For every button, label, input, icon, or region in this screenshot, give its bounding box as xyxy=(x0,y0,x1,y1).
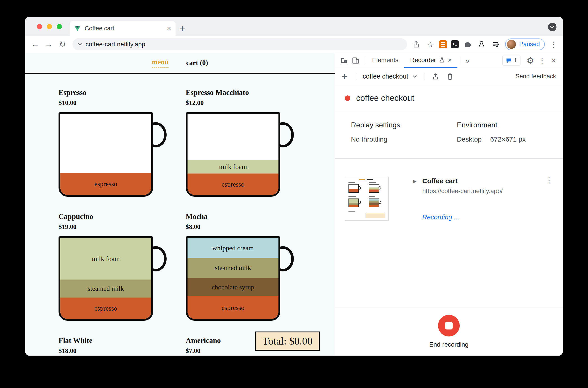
product-card: Espresso Macchiato $12.00 milk foamespre… xyxy=(186,88,280,197)
nav-link-cart[interactable]: cart (0) xyxy=(186,59,208,67)
cup-body: whipped creamsteamed milkchocolate syrup… xyxy=(186,236,280,321)
delete-recording-button[interactable] xyxy=(444,71,456,82)
new-tab-button[interactable]: + xyxy=(176,22,189,36)
product-card: Espresso $10.00 espresso xyxy=(59,88,153,197)
profile-paused-button[interactable]: Paused xyxy=(505,39,545,50)
product-card: Flat White $18.00 xyxy=(59,337,153,356)
step-title: Coffee cart xyxy=(422,177,458,185)
send-feedback-link[interactable]: Send feedback xyxy=(515,73,556,80)
extension-terminal-icon[interactable]: >_ xyxy=(451,40,459,48)
devtools-menu-icon[interactable]: ⋮ xyxy=(536,55,548,66)
add-recording-button[interactable]: + xyxy=(339,72,350,81)
maximize-window-button[interactable] xyxy=(57,24,62,29)
nav-link-menu[interactable]: menu xyxy=(152,58,169,68)
trash-icon xyxy=(447,73,453,80)
stop-icon xyxy=(445,322,453,330)
close-window-button[interactable] xyxy=(37,24,42,29)
recording-status: Recording ... xyxy=(422,214,459,221)
recording-header: coffee checkout xyxy=(335,85,563,111)
product-price: $18.00 xyxy=(59,347,153,354)
product-price: $12.00 xyxy=(186,99,280,106)
cup-layer: milk foam xyxy=(60,238,151,280)
recorder-toolbar: + coffee checkout Send feedba xyxy=(335,68,563,85)
vue-favicon-icon xyxy=(74,26,81,31)
recording-title: coffee checkout xyxy=(356,93,415,103)
thumb-text-line xyxy=(369,182,376,183)
url-text: coffee-cart.netlify.app xyxy=(86,41,145,48)
product-price: $19.00 xyxy=(59,223,153,230)
flask-icon xyxy=(478,41,485,48)
close-recorder-tab-icon[interactable]: × xyxy=(448,57,452,63)
coffee-cup[interactable]: milk foamespresso xyxy=(186,112,280,197)
recording-select[interactable]: coffee checkout xyxy=(360,73,420,80)
thumb-cup xyxy=(348,198,359,207)
environment-device: Desktop xyxy=(457,136,482,143)
device-toolbar-button[interactable] xyxy=(350,55,362,66)
chevron-down-icon xyxy=(550,26,554,29)
traffic-lights xyxy=(37,24,62,29)
close-devtools-icon[interactable]: × xyxy=(548,55,560,66)
tab-title: Coffee cart xyxy=(85,25,167,32)
divider xyxy=(486,136,486,143)
recording-step-thumbnail[interactable] xyxy=(345,177,389,220)
experiment-flask-icon xyxy=(439,57,445,63)
tab-search-button[interactable] xyxy=(548,23,557,31)
product-name: Flat White xyxy=(59,337,153,345)
product-price: $10.00 xyxy=(59,99,153,106)
recording-select-value: coffee checkout xyxy=(363,73,408,80)
share-button[interactable] xyxy=(411,39,421,49)
issues-counter[interactable]: 1 xyxy=(502,56,520,66)
thumb-text-line xyxy=(348,211,355,212)
tab-elements[interactable]: Elements xyxy=(366,53,404,68)
inspect-element-button[interactable] xyxy=(338,55,350,66)
thumb-cup xyxy=(369,184,379,193)
cup-layer: steamed milk xyxy=(60,280,151,297)
environment-viewport: 672×671 px xyxy=(490,136,526,143)
cup-layer: espresso xyxy=(188,296,278,319)
thumb-total-box xyxy=(366,213,385,218)
total-button[interactable]: Total: $0.00 xyxy=(255,332,320,351)
extension-orange-icon[interactable] xyxy=(439,40,447,48)
replay-settings-section: Replay settings No throttling xyxy=(351,121,457,158)
address-bar[interactable]: coffee-cart.netlify.app xyxy=(73,38,407,50)
coffee-cup[interactable]: espresso xyxy=(59,112,153,197)
tab-recorder[interactable]: Recorder × xyxy=(404,53,458,68)
coffee-cart-page: menu cart (0) Espresso $10.00 espresso E… xyxy=(25,53,335,356)
back-button[interactable]: ← xyxy=(29,38,41,50)
media-queue-icon[interactable] xyxy=(490,39,501,49)
tab-close-icon[interactable]: × xyxy=(167,25,171,32)
forward-button[interactable]: → xyxy=(43,38,55,50)
cup-body: espresso xyxy=(59,112,153,197)
coffee-cup[interactable]: milk foamsteamed milkespresso xyxy=(59,236,153,321)
export-recording-button[interactable] xyxy=(430,71,441,82)
devtools-tabbar: Elements Recorder × » 1 ⚙ xyxy=(335,53,563,68)
end-recording-label: End recording xyxy=(429,341,468,348)
step-expand-icon[interactable]: ▸ xyxy=(413,178,416,184)
thumb-cup xyxy=(369,198,379,207)
cup-layer: espresso xyxy=(60,297,151,319)
cup-body: milk foamsteamed milkespresso xyxy=(59,236,153,321)
step-url: https://coffee-cart.netlify.app/ xyxy=(422,188,503,195)
coffee-cup[interactable]: whipped creamsteamed milkchocolate syrup… xyxy=(186,236,280,321)
product-name: Mocha xyxy=(186,213,280,221)
more-tabs-icon[interactable]: » xyxy=(462,57,472,64)
browser-menu-icon[interactable]: ⋮ xyxy=(548,39,559,49)
site-info-chevron-icon xyxy=(78,43,82,46)
reload-button[interactable]: ↻ xyxy=(56,38,69,50)
export-icon xyxy=(432,73,439,80)
cup-layer: milk foam xyxy=(188,160,278,173)
replay-settings-value[interactable]: No throttling xyxy=(351,136,457,143)
settings-gear-icon[interactable]: ⚙ xyxy=(524,55,536,66)
extensions-puzzle-icon[interactable] xyxy=(462,39,473,49)
minimize-window-button[interactable] xyxy=(47,24,52,29)
browser-toolbar: ← → ↻ coffee-cart.netlify.app ☆ >_ xyxy=(25,36,563,53)
thumb-text-line xyxy=(348,182,355,183)
step-menu-icon[interactable]: ⋮ xyxy=(545,176,553,184)
device-toolbar-icon xyxy=(352,57,360,64)
cup-layer: espresso xyxy=(188,173,278,195)
recording-settings: Replay settings No throttling Environmen… xyxy=(335,111,563,159)
stop-recording-button[interactable] xyxy=(438,315,460,337)
extension-flask-icon[interactable] xyxy=(476,39,487,49)
browser-tab[interactable]: Coffee cart × xyxy=(70,21,176,36)
bookmark-star-icon[interactable]: ☆ xyxy=(425,39,435,49)
